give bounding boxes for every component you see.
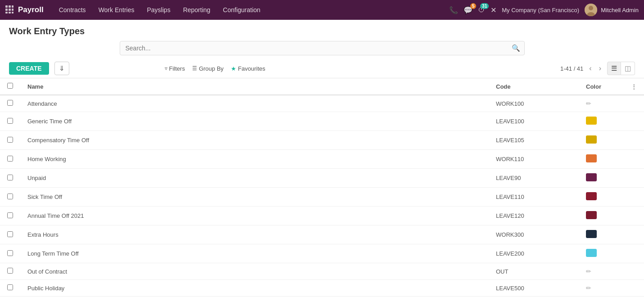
row-checkbox-cell (0, 112, 20, 131)
row-checkbox[interactable] (7, 118, 13, 124)
search-row: 🔍 (0, 41, 644, 59)
nav-item-payslips[interactable]: Payslips (141, 0, 177, 20)
favourites-button[interactable]: ★ Favourites (231, 65, 266, 72)
row-checkbox[interactable] (7, 212, 13, 218)
svg-rect-5 (12, 9, 14, 11)
color-swatch[interactable] (586, 192, 597, 200)
user-menu[interactable]: Mitchell Admin (585, 4, 639, 16)
row-actions (624, 225, 644, 244)
close-icon[interactable]: ✕ (491, 6, 496, 14)
nav-item-work-entries[interactable]: Work Entries (92, 0, 141, 20)
row-actions (624, 131, 644, 150)
filter-group: ▿ Filters ☰ Group By ★ Favourites (165, 65, 266, 72)
phone-icon[interactable]: 📞 (449, 6, 458, 14)
column-options-icon[interactable]: ⋮ (631, 83, 637, 90)
row-checkbox[interactable] (7, 194, 13, 199)
row-checkbox-cell (0, 244, 20, 263)
filter-icon: ▿ (165, 65, 167, 72)
color-swatch[interactable] (586, 154, 597, 162)
svg-rect-8 (12, 12, 14, 14)
edit-color-icon[interactable]: ✏ (586, 268, 591, 275)
row-checkbox[interactable] (7, 250, 13, 256)
company-name[interactable]: My Company (San Francisco) (502, 7, 579, 14)
table-row: Generic Time OffLEAVE100 (0, 112, 644, 131)
search-input[interactable] (120, 41, 525, 55)
row-checkbox[interactable] (7, 284, 13, 290)
edit-color-icon[interactable]: ✏ (586, 100, 591, 107)
row-code: LEAVE100 (489, 112, 579, 131)
activities-icon[interactable]: ⏱ 31 (478, 6, 485, 14)
table-row: AttendanceWORK100✏ (0, 95, 644, 112)
row-checkbox[interactable] (7, 156, 13, 162)
table-row: Public HolidayLEAVE500✏ (0, 280, 644, 297)
row-color (579, 188, 624, 207)
filters-button[interactable]: ▿ Filters (165, 65, 185, 72)
row-checkbox[interactable] (7, 175, 13, 180)
svg-rect-0 (5, 5, 8, 8)
row-name[interactable]: Generic Time Off (20, 112, 489, 131)
row-checkbox[interactable] (7, 100, 13, 106)
color-swatch[interactable] (586, 135, 597, 144)
table-row: Long Term Time OffLEAVE200 (0, 244, 644, 263)
row-checkbox-cell (0, 207, 20, 225)
svg-rect-7 (9, 12, 11, 14)
th-actions: ⋮ (624, 78, 644, 95)
row-color: ✏ (579, 95, 624, 112)
table-wrapper: Name Code Color ⋮ AttendanceWORK100✏Gene… (0, 78, 644, 297)
apps-icon[interactable] (5, 5, 14, 15)
edit-color-icon[interactable]: ✏ (586, 284, 591, 292)
table-row: Annual Time Off 2021LEAVE120 (0, 207, 644, 225)
row-name[interactable]: Unpaid (20, 169, 489, 188)
color-swatch[interactable] (586, 249, 597, 257)
th-select-all[interactable] (0, 78, 20, 95)
row-code: LEAVE105 (489, 131, 579, 150)
table-row: Home WorkingWORK110 (0, 150, 644, 169)
nav-item-configuration[interactable]: Configuration (216, 0, 266, 20)
download-button[interactable]: ⇓ (54, 62, 69, 75)
row-color (579, 112, 624, 131)
messages-icon[interactable]: 💬 5 (464, 6, 473, 14)
group-by-button[interactable]: ☰ Group By (192, 65, 224, 72)
row-checkbox[interactable] (7, 231, 13, 237)
create-button[interactable]: CREATE (9, 62, 49, 75)
row-name[interactable]: Public Holiday (20, 280, 489, 297)
list-view-button[interactable]: ☰ (607, 62, 621, 75)
row-name[interactable]: Sick Time Off (20, 188, 489, 207)
row-name[interactable]: Compensatory Time Off (20, 131, 489, 150)
row-name[interactable]: Home Working (20, 150, 489, 169)
activities-badge: 31 (480, 3, 489, 9)
row-name[interactable]: Annual Time Off 2021 (20, 207, 489, 225)
row-code: WORK110 (489, 150, 579, 169)
prev-page-button[interactable]: ‹ (588, 64, 593, 72)
nav-item-contracts[interactable]: Contracts (53, 0, 92, 20)
row-checkbox-cell (0, 150, 20, 169)
select-all-checkbox[interactable] (7, 83, 13, 89)
svg-rect-3 (5, 9, 8, 11)
filters-label: Filters (169, 65, 185, 72)
color-swatch[interactable] (586, 117, 597, 125)
nav-item-reporting[interactable]: Reporting (177, 0, 217, 20)
row-code: WORK100 (489, 95, 579, 112)
row-actions (624, 263, 644, 280)
color-swatch[interactable] (586, 211, 597, 219)
row-name[interactable]: Long Term Time Off (20, 244, 489, 263)
svg-rect-6 (5, 12, 8, 14)
row-color (579, 169, 624, 188)
row-checkbox-cell (0, 280, 20, 297)
th-color: Color (579, 78, 624, 95)
row-checkbox[interactable] (7, 268, 13, 274)
row-name[interactable]: Attendance (20, 95, 489, 112)
row-code: LEAVE110 (489, 188, 579, 207)
kanban-view-button[interactable]: ◫ (621, 62, 635, 75)
table-row: Extra HoursWORK300 (0, 225, 644, 244)
search-icon: 🔍 (512, 44, 520, 52)
next-page-button[interactable]: › (598, 64, 603, 72)
row-checkbox[interactable] (7, 137, 13, 143)
row-actions (624, 188, 644, 207)
row-checkbox-cell (0, 225, 20, 244)
row-name[interactable]: Out of Contract (20, 263, 489, 280)
color-swatch[interactable] (586, 230, 597, 238)
row-name[interactable]: Extra Hours (20, 225, 489, 244)
user-name: Mitchell Admin (601, 7, 639, 14)
color-swatch[interactable] (586, 173, 597, 181)
